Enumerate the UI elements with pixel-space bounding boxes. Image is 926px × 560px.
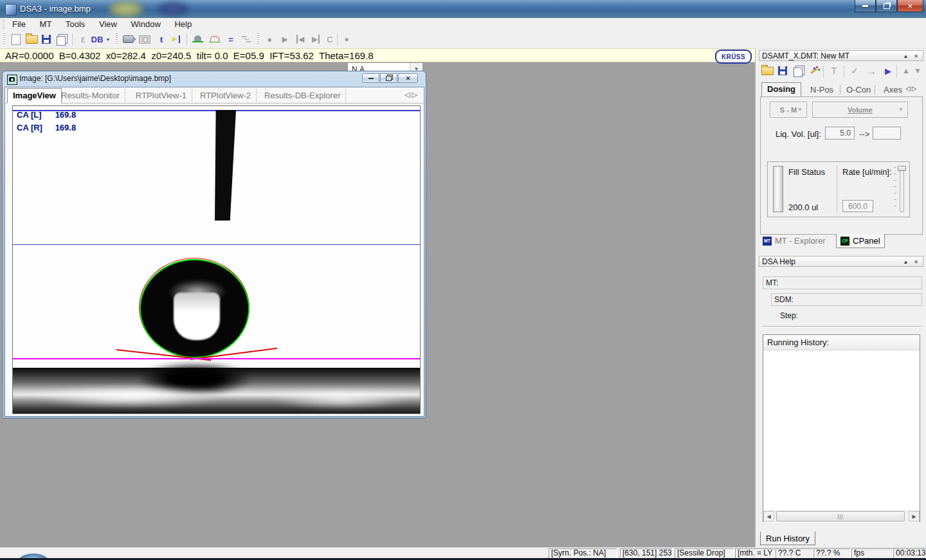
rate-slider[interactable] [891,165,908,212]
toolbar-gripper[interactable] [257,33,259,45]
database-icon: DB [91,35,104,44]
drop-image-canvas[interactable]: CA [L] 169.8 CA [R] 169.8 [12,105,421,414]
menu-help[interactable]: Help [168,18,197,30]
illumination-button[interactable] [170,32,184,46]
glass-artifact [158,3,188,15]
play-button[interactable]: ▶ [278,32,292,46]
liq-vol-target-input[interactable] [873,127,901,140]
tab-run-history[interactable]: Run History [760,532,815,545]
tab-n-pos[interactable]: N-Pos [806,82,837,97]
minimize-button[interactable] [855,0,876,12]
scroll-right-button[interactable]: ▶ [909,511,920,521]
menu-view[interactable]: View [93,18,123,30]
skip-start-button[interactable]: ◀ [293,32,307,46]
c-button[interactable]: C [323,32,337,46]
tab-rtplotview-2[interactable]: RTPlotView-2 [195,89,257,102]
tab-separator [840,85,840,95]
menu-window[interactable]: Window [125,18,167,30]
volume-combobox[interactable]: Volume ▼ [812,102,908,118]
mt-panel-close-button[interactable]: ✕ [912,52,920,60]
image-window: Image: [G:\Users\jaime\Desktop\image.bmp… [2,71,426,419]
mt-panel-header: DSAMT_X.DMT: New MT ▲ ✕ [759,50,923,61]
sessile-drop-icon [192,35,203,43]
rate-input[interactable] [842,200,873,212]
menu-bar: File MT Tools View Window Help [0,18,926,30]
mt-move-down-button[interactable]: ▼ [911,64,925,78]
slider-thumb[interactable] [898,166,906,171]
db-dropdown-button[interactable]: ▼ [104,32,112,46]
sessile-drop-button[interactable] [190,32,204,46]
tab-scroll-arrows[interactable]: ◁▷ [404,91,419,99]
tab-results-db-explorer[interactable]: Results-DB-Explorer [259,89,346,102]
mt-wizard-button[interactable] [806,64,821,78]
tab-axes[interactable]: Axes [880,82,906,97]
running-history-hscrollbar[interactable]: ◀ ▶ [763,510,920,522]
help-panel-close-button[interactable]: ✕ [912,258,920,266]
mt-step-button[interactable]: → [864,64,878,78]
record-button[interactable]: ● [340,32,354,46]
dosing-needle [215,110,236,221]
mt-panel-title: DSAMT_X.DMT: New MT [762,51,849,60]
image-window-title: Image: [G:\Users\jaime\Desktop\image.bmp… [19,74,171,83]
mt-text-button[interactable]: T [827,64,841,78]
scroll-left-button[interactable]: ◀ [763,511,774,521]
mt-run-button[interactable]: ▶ [881,64,895,78]
toolbar-gripper[interactable] [116,33,118,45]
mt-panel-collapse-button[interactable]: ▲ [902,52,910,60]
epsilon-button[interactable]: ε [76,32,90,46]
mt-validate-button[interactable]: ✓ [848,64,862,78]
tab-next-icon[interactable]: ▷ [912,85,918,92]
stop-button[interactable]: ■ [262,32,277,46]
tab-prev-icon[interactable]: ◁ [905,85,912,92]
toolbar-gripper[interactable] [3,33,5,45]
collapse-icon: ▲ [903,53,909,59]
menu-tools[interactable]: Tools [60,18,91,30]
db-button[interactable]: DB [89,32,105,46]
help-panel-header: DSA Help ▲ ✕ [759,256,923,267]
tab-next-icon[interactable]: ▷ [412,91,419,98]
child-restore-button[interactable] [380,73,397,83]
open-button[interactable] [24,32,39,46]
prism-icon [172,35,181,43]
drop-profile-button[interactable] [207,32,221,46]
mt-save-button[interactable] [776,64,790,78]
close-button[interactable]: ✕ [897,0,923,12]
status-cursor-coordinates: [630, 151] 253 [620,548,673,559]
snapshot-button[interactable] [138,32,152,46]
tab-rtplotview-1[interactable]: RTPlotView-1 [131,89,192,102]
guide-line-middle [13,244,421,245]
tab-cpanel[interactable]: CP CPanel [836,234,885,248]
tab-imageview[interactable]: ImageView [7,88,62,104]
cpanel-label: CPanel [853,236,880,246]
tab-o-con[interactable]: O-Con [842,82,875,97]
child-close-button[interactable]: ✕ [398,73,418,83]
t-tool-button[interactable]: t [154,32,168,46]
mt-open-button[interactable] [760,64,774,78]
app-icon [5,4,17,15]
menu-gripper[interactable] [3,20,5,28]
tab-dosing[interactable]: Dosing [761,82,801,96]
dosing-tab-arrows[interactable]: ◁▷ [905,85,918,92]
child-minimize-button[interactable] [362,73,379,83]
menu-mt[interactable]: MT [34,18,58,30]
copy-button[interactable] [54,32,68,46]
slider-groove[interactable] [900,166,904,212]
cascade-button[interactable] [239,32,253,46]
ca-left-value: 169.8 [55,110,77,120]
equals-button[interactable]: = [224,32,238,46]
skip-end-button[interactable]: ▶ [309,32,323,46]
copy-icon [794,68,803,77]
menu-file[interactable]: File [6,18,32,30]
video-button[interactable] [121,32,135,46]
tab-mt-explorer[interactable]: MT MT - Explorer [759,234,830,248]
tab-prev-icon[interactable]: ◁ [404,91,412,98]
help-panel-collapse-button[interactable]: ▲ [902,258,910,266]
restore-button[interactable] [876,0,897,12]
sm-combobox[interactable]: S - M ▼ [770,102,807,118]
save-button[interactable] [39,32,53,46]
mt-copy-button[interactable] [791,64,805,78]
liq-vol-input[interactable] [825,127,855,140]
scroll-thumb[interactable] [776,511,905,521]
tab-results-monitor[interactable]: Results-Monitor [56,89,125,102]
new-button[interactable] [9,32,23,46]
